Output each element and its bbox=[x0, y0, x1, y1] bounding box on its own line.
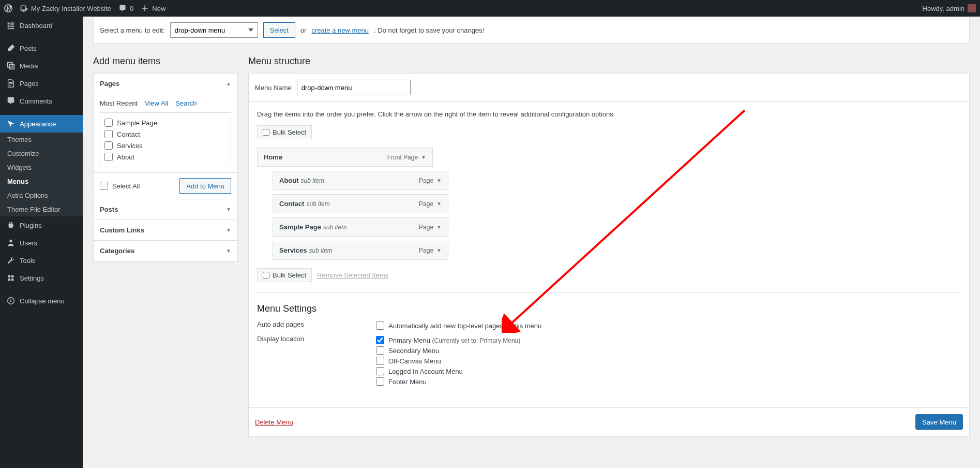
nav-label: Users bbox=[20, 239, 37, 247]
location-checkbox[interactable] bbox=[376, 346, 384, 355]
chevron-down-icon[interactable]: ▼ bbox=[436, 178, 442, 183]
bulk-select-label: Bulk Select bbox=[273, 128, 306, 136]
save-menu-button[interactable]: Save Menu bbox=[915, 414, 963, 430]
wp-logo[interactable] bbox=[4, 4, 12, 12]
subnav-astra[interactable]: Astra Options bbox=[0, 188, 83, 202]
nav-pages[interactable]: Pages bbox=[0, 75, 83, 92]
nav-posts[interactable]: Posts bbox=[0, 39, 83, 57]
subnav-customize[interactable]: Customize bbox=[0, 147, 83, 160]
nav-media[interactable]: Media bbox=[0, 57, 83, 75]
menu-item[interactable]: Sample Pagesub itemPage ▼ bbox=[273, 217, 448, 237]
display-locations: Primary Menu (Currently set to: Primary … bbox=[376, 335, 520, 387]
delete-menu-link[interactable]: Delete Menu bbox=[255, 418, 293, 426]
nav-dashboard[interactable]: Dashboard bbox=[0, 17, 83, 34]
subnav-themes[interactable]: Themes bbox=[0, 133, 83, 147]
bulk-select-top[interactable]: Bulk Select bbox=[257, 125, 312, 139]
chevron-down-icon: ▼ bbox=[226, 248, 231, 254]
nav-tools[interactable]: Tools bbox=[0, 252, 83, 269]
menu-item[interactable]: Servicessub itemPage ▼ bbox=[273, 241, 448, 260]
menu-item[interactable]: Contactsub itemPage ▼ bbox=[273, 194, 448, 213]
tab-search[interactable]: Search bbox=[175, 99, 197, 107]
nav-plugins[interactable]: Plugins bbox=[0, 216, 83, 234]
create-menu-link[interactable]: create a new menu bbox=[311, 26, 369, 34]
nav-appearance[interactable]: Appearance bbox=[0, 115, 83, 133]
page-label: Contact bbox=[117, 130, 140, 138]
subnav-menus[interactable]: Menus bbox=[0, 174, 83, 188]
subnav-theme-editor[interactable]: Theme File Editor bbox=[0, 202, 83, 216]
tab-view-all[interactable]: View All bbox=[145, 99, 168, 107]
location-label: Secondary Menu bbox=[388, 347, 439, 355]
site-link[interactable]: My Zacky Installer Website bbox=[20, 4, 111, 12]
location-option[interactable]: Primary Menu (Currently set to: Primary … bbox=[376, 335, 520, 345]
nav-comments[interactable]: Comments bbox=[0, 92, 83, 110]
chevron-down-icon[interactable]: ▼ bbox=[436, 224, 442, 230]
posts-section-head[interactable]: Posts▼ bbox=[94, 199, 237, 220]
nav-label: Collapse menu bbox=[20, 297, 65, 305]
collapse-menu[interactable]: Collapse menu bbox=[0, 292, 83, 310]
select-button[interactable]: Select bbox=[263, 22, 295, 38]
location-option[interactable]: Footer Menu bbox=[376, 376, 520, 387]
location-option[interactable]: Off-Canvas Menu bbox=[376, 356, 520, 366]
account-link[interactable]: Howdy, admin bbox=[923, 4, 976, 12]
chevron-down-icon[interactable]: ▼ bbox=[436, 201, 442, 207]
menu-item[interactable]: Aboutsub itemPage ▼ bbox=[273, 171, 448, 190]
chevron-down-icon[interactable]: ▼ bbox=[421, 154, 426, 160]
bulk-select-bottom[interactable]: Bulk Select bbox=[257, 268, 312, 282]
location-option[interactable]: Logged In Account Menu bbox=[376, 366, 520, 376]
menu-item-subtype: sub item bbox=[323, 224, 346, 231]
auto-add-option[interactable]: Automatically add new top-level pages to… bbox=[376, 320, 541, 331]
page-checkbox-row[interactable]: About bbox=[104, 151, 227, 163]
menu-item-title: About bbox=[279, 177, 299, 184]
menu-item-title: Sample Page bbox=[279, 223, 321, 231]
subnav-widgets[interactable]: Widgets bbox=[0, 160, 83, 174]
nav-users[interactable]: Users bbox=[0, 234, 83, 252]
new-link[interactable]: New bbox=[141, 4, 165, 12]
menu-select[interactable]: drop-down menu bbox=[170, 22, 258, 38]
location-checkbox[interactable] bbox=[376, 336, 384, 344]
custom-links-section-head[interactable]: Custom Links▼ bbox=[94, 220, 237, 241]
location-checkbox[interactable] bbox=[376, 377, 384, 386]
page-checkbox-row[interactable]: Sample Page bbox=[104, 117, 227, 128]
page-checkbox[interactable] bbox=[104, 130, 113, 138]
nav-label: Appearance bbox=[20, 120, 56, 128]
location-checkbox[interactable] bbox=[376, 367, 384, 375]
avatar bbox=[968, 4, 976, 12]
menu-item[interactable]: HomeFront Page ▼ bbox=[257, 148, 433, 167]
nav-label: Tools bbox=[20, 257, 35, 265]
location-label: Logged In Account Menu bbox=[388, 368, 463, 375]
select-all-checkbox[interactable] bbox=[100, 182, 108, 190]
bulk-select-checkbox[interactable] bbox=[263, 272, 269, 279]
menu-name-input[interactable] bbox=[297, 80, 411, 95]
page-checkbox-row[interactable]: Contact bbox=[104, 128, 227, 140]
location-option[interactable]: Secondary Menu bbox=[376, 345, 520, 356]
page-label: Services bbox=[117, 142, 143, 150]
bulk-select-checkbox[interactable] bbox=[263, 129, 269, 136]
appearance-submenu: Themes Customize Widgets Menus Astra Opt… bbox=[0, 133, 83, 216]
location-checkbox[interactable] bbox=[376, 357, 384, 365]
auto-add-checkbox[interactable] bbox=[376, 321, 384, 330]
option-label: Automatically add new top-level pages to… bbox=[388, 322, 541, 330]
nav-settings[interactable]: Settings bbox=[0, 269, 83, 287]
add-to-menu-button[interactable]: Add to Menu bbox=[179, 178, 231, 194]
page-checkbox[interactable] bbox=[104, 153, 113, 161]
tab-most-recent[interactable]: Most Recent bbox=[100, 99, 138, 107]
select-menu-label: Select a menu to edit: bbox=[100, 26, 165, 34]
chevron-down-icon[interactable]: ▼ bbox=[436, 247, 442, 253]
page-checkbox[interactable] bbox=[104, 119, 113, 127]
comments-link[interactable]: 0 bbox=[118, 4, 133, 12]
page-checkbox-row[interactable]: Services bbox=[104, 140, 227, 151]
howdy-text: Howdy, admin bbox=[923, 5, 964, 12]
menu-item-type: Page ▼ bbox=[419, 224, 442, 231]
menu-item-type: Page ▼ bbox=[419, 177, 442, 184]
select-all-row[interactable]: Select All bbox=[100, 180, 140, 192]
remove-selected-link: Remove Selected Items bbox=[317, 271, 388, 279]
bulk-select-label: Bulk Select bbox=[273, 271, 306, 279]
menu-items-list: HomeFront Page ▼Aboutsub itemPage ▼Conta… bbox=[257, 148, 961, 260]
page-checkbox[interactable] bbox=[104, 141, 113, 150]
menu-item-title: Home bbox=[264, 153, 282, 161]
add-items-heading: Add menu items bbox=[93, 56, 238, 67]
menu-structure-heading: Menu structure bbox=[248, 56, 970, 67]
pages-section-head[interactable]: Pages▲ bbox=[94, 74, 237, 94]
menu-item-title: Services bbox=[279, 246, 307, 254]
categories-section-head[interactable]: Categories▼ bbox=[94, 241, 237, 261]
